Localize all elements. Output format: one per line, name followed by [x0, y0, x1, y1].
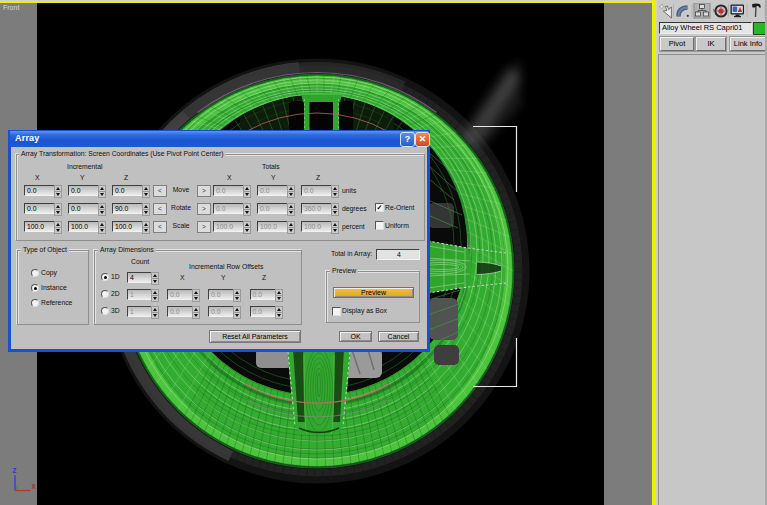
svg-text:X: X: [32, 483, 37, 490]
svg-text:Z: Z: [13, 467, 17, 474]
